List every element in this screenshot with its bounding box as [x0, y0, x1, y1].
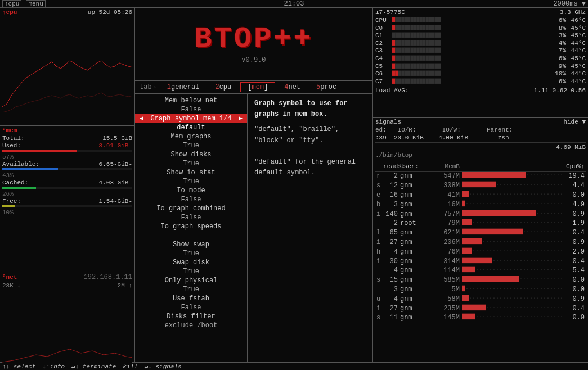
proc-cpu: 19.4	[563, 172, 585, 181]
cpu-core-label: C6	[375, 70, 392, 78]
table-row[interactable]: u 4 gnm 58M ██··························…	[375, 295, 586, 304]
tab-cpu[interactable]: 2cpu	[208, 83, 238, 92]
center-panel: BTOP++ v0.9.0 tab→ 1general 2cpu [mem] 4…	[135, 8, 373, 362]
cpu-core-temp: 44°C	[566, 47, 586, 55]
proc-hide[interactable]: hide ▼	[563, 119, 586, 125]
mem-total-val: 15.5 GiB	[102, 135, 132, 142]
proc-cpu: 0.0	[563, 276, 585, 285]
menu-item-show-disks[interactable]: Show disks	[135, 150, 247, 159]
menu-item-graph-symbol[interactable]: ◄ Graph symbol mem 1/4 ►	[135, 114, 247, 123]
cpu-detail-name: i7-5775C	[375, 9, 405, 16]
table-row[interactable]: r 2 gnm 547M ███████████████████········…	[375, 172, 586, 181]
proc-mem: 145M	[431, 313, 462, 323]
net-graph-area	[2, 290, 132, 363]
cpu-label[interactable]: ↑cpu	[2, 0, 21, 8]
menu-item-mem-below-net[interactable]: Mem below net	[135, 96, 247, 105]
col-header-reads[interactable]: reads:	[383, 163, 400, 171]
proc-name: gnm	[400, 266, 431, 276]
table-row[interactable]: i 27 gnm 235M ███████···················…	[375, 304, 586, 314]
cpu-core-pct: 9%	[549, 63, 566, 70]
mem-avail-bar	[2, 168, 132, 170]
net-upload: 2M ↑	[118, 282, 132, 289]
menu-item-io-graph-combined[interactable]: Io graph combined	[135, 204, 247, 213]
menu-label[interactable]: menu	[26, 0, 45, 8]
cpu-box-title: ↑cpu	[2, 9, 17, 16]
cpu-core-pct: 3%	[549, 32, 566, 39]
table-row[interactable]: b 3 gnm 16M █···························…	[375, 200, 586, 210]
table-row[interactable]: s 15 gnm 585M █████████████████·········…	[375, 276, 586, 285]
proc-title: signals	[375, 119, 401, 125]
menu-val-show-swap: True	[135, 249, 247, 258]
cpu-core-label: C3	[375, 47, 392, 55]
table-row[interactable]: s 12 gnm 308M ██████████················…	[375, 181, 586, 191]
proc-flag: b	[376, 200, 383, 210]
tab-net[interactable]: 4net	[277, 83, 307, 92]
desc-options: "default", "braille", "block" or "tty".	[254, 125, 339, 144]
proc-flag: s	[376, 181, 383, 191]
mem-used-bar	[2, 150, 132, 152]
menu-item-disks-filter[interactable]: Disks filter	[135, 312, 247, 321]
proc-name: gnm	[400, 191, 431, 200]
table-row[interactable]: s 11 gnm 145M ████······················…	[375, 313, 586, 323]
cpu-core-bar: ████████████████	[392, 55, 549, 62]
table-row[interactable]: 3 gnm 5M █····························· …	[375, 285, 586, 295]
bottom-signals: ↵↓ signals	[145, 363, 182, 370]
col-header-cpu[interactable]: Cpu%↑	[563, 163, 585, 171]
menu-item-swap-disk[interactable]: Swap disk	[135, 258, 247, 267]
cpu-core-row: C1 ████████████████ 3% 45°C	[375, 32, 586, 39]
net-box-title: ²net	[2, 274, 17, 281]
menu-item-show-swap[interactable]: Show swap	[135, 240, 247, 249]
table-row[interactable]: e 16 gnm 41M ██·························…	[375, 191, 586, 200]
proc-rows-container: r 2 gnm 547M ███████████████████········…	[375, 172, 586, 323]
version-text: v0.9.0	[241, 56, 266, 64]
cpu-core-row: C6 ████████████████ 10% 44°C	[375, 70, 586, 78]
col-header-bar	[462, 163, 563, 171]
menu-item-show-io-stat[interactable]: Show io stat	[135, 168, 247, 177]
table-row[interactable]: i 27 gnm 206M ██████····················…	[375, 238, 586, 247]
menu-item-io-mode[interactable]: Io mode	[135, 186, 247, 195]
cpu-core-row: C2 ████████████████ 4% 44°C	[375, 40, 586, 47]
proc-name: root	[400, 219, 431, 228]
cpu-core-bar: ████████████████	[392, 17, 549, 24]
cpu-core-pct: 7%	[549, 47, 566, 55]
cpu-core-pct: 8%	[549, 25, 566, 32]
cpu-core-row: C3 ████████████████ 7% 44°C	[375, 47, 586, 55]
table-row[interactable]: 4 gnm 114M ████·························…	[375, 266, 586, 276]
col-header-memb[interactable]: MemB	[431, 163, 462, 171]
proc-mem: 114M	[431, 266, 462, 276]
table-row[interactable]: 2 root 79M ███··························…	[375, 219, 586, 228]
proc-name: gnm	[400, 247, 431, 257]
proc-name: gnm	[400, 276, 431, 285]
tab-proc[interactable]: 5proc	[309, 83, 343, 92]
proc-membar: █·····························	[462, 285, 563, 295]
menu-val-use-fstab: False	[135, 303, 247, 312]
proc-cpu: 0.4	[563, 228, 585, 238]
proc-flag: u	[376, 295, 383, 304]
proc-reads: 2	[383, 172, 400, 181]
proc-mem: 621M	[431, 228, 462, 238]
table-row[interactable]: h 4 gnm 76M ███·························…	[375, 247, 586, 257]
menu-item-mem-graphs[interactable]: Mem graphs	[135, 132, 247, 141]
table-row[interactable]: i 30 gnm 314M █████████·················…	[375, 257, 586, 267]
proc-io-values: :39 20.0 KiB 4.00 KiB zsh	[375, 134, 509, 141]
tab-general[interactable]: 1general	[160, 83, 207, 92]
proc-reads: 4	[383, 266, 400, 276]
menu-item-only-physical[interactable]: Only physical	[135, 276, 247, 285]
col-header-user[interactable]: User:	[400, 163, 431, 171]
menu-item-use-fstab[interactable]: Use fstab	[135, 294, 247, 303]
mem-used-pct: 57%	[2, 154, 14, 160]
table-row[interactable]: l 65 gnm 621M ██████████████████········…	[375, 228, 586, 238]
proc-flag	[376, 219, 383, 228]
menu-item-io-graph-speeds[interactable]: Io graph speeds	[135, 222, 247, 231]
cpu-core-label: C2	[375, 40, 392, 47]
proc-mem: 79M	[431, 219, 462, 228]
proc-reads: 140	[383, 210, 400, 219]
tab-mem[interactable]: [mem]	[240, 82, 275, 92]
proc-cpu: 5.4	[563, 266, 585, 276]
table-row[interactable]: i 140 gnm 757M ██████████████████████···…	[375, 210, 586, 219]
proc-membar: █·····························	[462, 200, 563, 210]
menu-val-io-graph-speeds	[135, 231, 247, 240]
proc-flag: s	[376, 276, 383, 285]
proc-cpu: 4.4	[563, 181, 585, 191]
proc-cpu: 0.4	[563, 304, 585, 314]
